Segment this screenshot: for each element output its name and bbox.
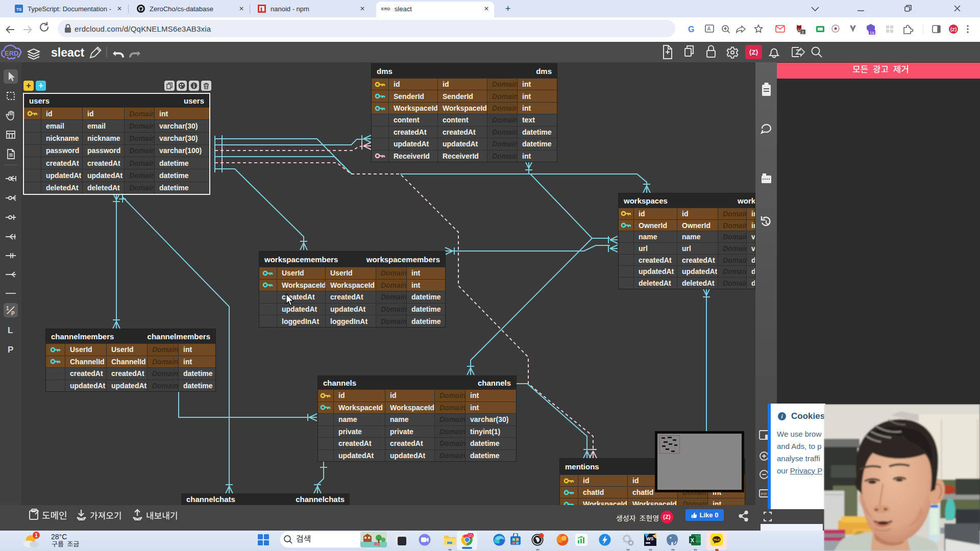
svg-text:TS: TS [16, 7, 22, 12]
svg-text:X: X [691, 537, 695, 543]
svg-text:FIT: FIT [761, 492, 767, 496]
svg-text:TALK: TALK [714, 538, 720, 541]
svg-text:P: P [11, 311, 15, 316]
svg-text:1: 1 [35, 533, 38, 538]
svg-text:WS: WS [646, 536, 654, 541]
svg-text:1: 1 [6, 306, 9, 311]
svg-text:P: P [8, 345, 13, 355]
svg-text:(Z): (Z) [469, 534, 473, 538]
svg-text:L: L [8, 325, 13, 335]
